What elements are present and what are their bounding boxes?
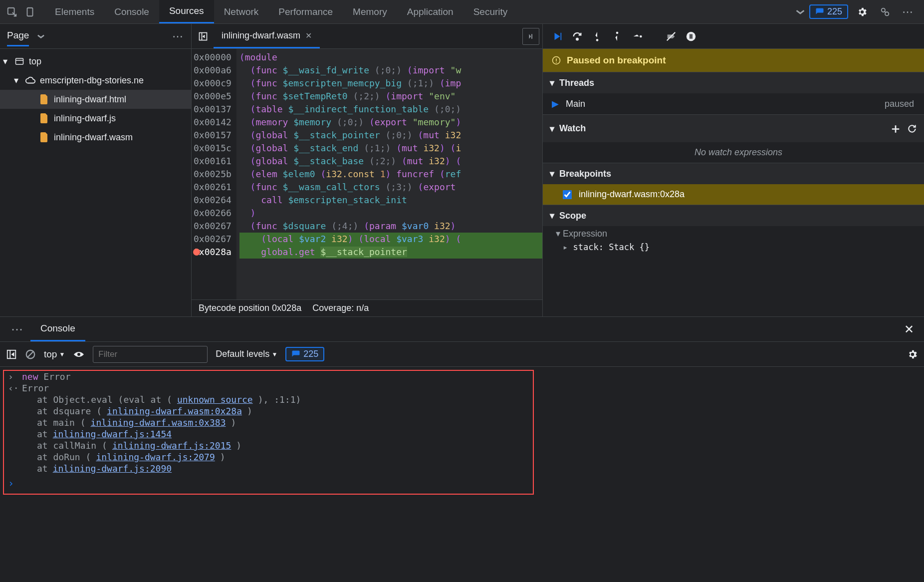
gutter-addr[interactable]: 0x00264 [194, 194, 231, 207]
experiments-icon[interactable] [876, 3, 894, 21]
run-snippet-icon[interactable] [522, 28, 539, 45]
breakpoints-header[interactable]: ▾Breakpoints [543, 163, 924, 184]
top-tab-sources[interactable]: Sources [159, 0, 214, 23]
drawer-tab-console[interactable]: Console [30, 317, 85, 341]
stack-link[interactable]: unknown source [177, 394, 253, 405]
tree-domain[interactable]: ▾ emscripten-dbg-stories.ne [0, 71, 191, 90]
gutter-addr[interactable]: 0x00261 [194, 181, 231, 194]
deactivate-bp-icon[interactable] [666, 31, 677, 42]
refresh-watch-icon[interactable] [907, 124, 917, 134]
stack-link[interactable]: inlining-dwarf.wasm:0x28a [107, 406, 242, 416]
scope-header[interactable]: ▾Scope [543, 205, 924, 226]
gutter-addr[interactable]: 0x00266 [194, 207, 231, 220]
step-into-icon[interactable] [592, 31, 603, 42]
clear-console-icon[interactable] [25, 349, 36, 360]
gutter-addr[interactable]: 0x0015c [194, 142, 231, 155]
tree-file[interactable]: inlining-dwarf.js [0, 109, 191, 128]
settings-icon[interactable] [853, 3, 871, 21]
stack-link[interactable]: inlining-dwarf.js:2090 [53, 463, 172, 474]
code-line[interactable]: (global $__stack_end (;1;) (mut i32) (i [239, 142, 542, 155]
gutter-addr[interactable]: 0x00137 [194, 103, 231, 116]
step-icon[interactable] [632, 31, 643, 42]
issues-badge[interactable]: 225 [809, 4, 848, 19]
resume-icon[interactable] [552, 31, 563, 42]
code-line[interactable]: (local $var2 i32) (local $var3 i32) ( [239, 233, 542, 246]
sidebar-tab-page[interactable]: Page [7, 30, 29, 46]
status-coverage: Coverage: n/a [312, 303, 369, 313]
stack-link[interactable]: inlining-dwarf.js:2079 [96, 452, 215, 462]
console-filter-input[interactable] [93, 346, 208, 363]
code-line[interactable]: (table $__indirect_function_table (;0;) [239, 103, 542, 116]
stack-link[interactable]: inlining-dwarf.js:1454 [53, 429, 172, 439]
code-line[interactable]: global.get $__stack_pointer [239, 246, 542, 259]
console-output-marker: ‹· [8, 383, 17, 393]
code-line[interactable]: ) [239, 207, 542, 220]
scope-stack[interactable]: stack: Stack {} [543, 241, 924, 253]
code-line[interactable]: (memory $memory (;0;) (export "memory") [239, 116, 542, 129]
tree-file[interactable]: inlining-dwarf.html [0, 90, 191, 109]
sidebar-more-tabs-icon[interactable] [34, 29, 48, 43]
gutter-addr[interactable]: 0x00267 [194, 220, 231, 233]
watch-header[interactable]: ▾Watch ＋ [543, 114, 924, 142]
top-tab-console[interactable]: Console [104, 0, 159, 23]
gutter-addr[interactable]: 0x000e5 [194, 90, 231, 103]
code-line[interactable]: (elem $elem0 (i32.const 1) funcref (ref [239, 168, 542, 181]
console-prompt[interactable]: › [5, 474, 919, 492]
top-tab-performance[interactable]: Performance [268, 0, 343, 23]
stack-link[interactable]: inlining-dwarf.wasm:0x383 [91, 417, 226, 428]
gutter-addr[interactable]: 0x00161 [194, 155, 231, 168]
tree-file[interactable]: inlining-dwarf.wasm [0, 128, 191, 147]
kebab-icon[interactable]: ⋯ [899, 3, 917, 21]
console-body: › new Error ‹· Error at Object.eval (eva… [0, 367, 924, 582]
threads-header[interactable]: ▾Threads [543, 72, 924, 93]
step-over-icon[interactable] [572, 31, 583, 42]
code-line[interactable]: (func $__wasi_fd_write (;0;) (import "w [239, 64, 542, 77]
drawer-close-icon[interactable]: ✕ [899, 322, 919, 336]
inspect-icon[interactable] [3, 3, 21, 21]
close-tab-icon[interactable]: ✕ [305, 31, 312, 40]
live-expression-icon[interactable] [73, 350, 85, 359]
gutter-addr[interactable]: 0x0025b [194, 168, 231, 181]
code-line[interactable]: (global $__stack_pointer (;0;) (mut i32 [239, 129, 542, 142]
code-line[interactable]: call $emscripten_stack_init [239, 194, 542, 207]
console-context[interactable]: top▼ [44, 349, 65, 360]
console-stack-frame: at callMain (inlining-dwarf.js:2015) [5, 440, 919, 451]
editor-tab[interactable]: inlining-dwarf.wasm ✕ [214, 24, 320, 48]
code-line[interactable]: (func $dsquare (;4;) (param $var0 i32) [239, 220, 542, 233]
top-tab-security[interactable]: Security [463, 0, 518, 23]
top-tab-memory[interactable]: Memory [343, 0, 397, 23]
console-sidebar-toggle-icon[interactable] [6, 349, 17, 360]
breakpoint-row[interactable]: inlining-dwarf.wasm:0x28a [543, 184, 924, 205]
console-settings-icon[interactable] [907, 349, 918, 360]
top-tab-network[interactable]: Network [214, 0, 269, 23]
code-line[interactable]: (func $setTempRet0 (;2;) (import "env" [239, 90, 542, 103]
device-icon[interactable] [21, 3, 39, 21]
add-watch-icon[interactable]: ＋ [889, 120, 902, 137]
code-line[interactable]: (func $emscripten_memcpy_big (;1;) (imp [239, 77, 542, 90]
gutter-addr[interactable]: 0x000a6 [194, 64, 231, 77]
stack-link[interactable]: inlining-dwarf.js:2015 [112, 440, 231, 451]
console-issues-badge[interactable]: 225 [285, 347, 324, 361]
drawer-kebab-icon[interactable]: ⋯ [5, 322, 30, 336]
console-levels[interactable]: Default levels ▼ [216, 349, 277, 359]
code-line[interactable]: (func $__wasm_call_ctors (;3;) (export [239, 181, 542, 194]
thread-main[interactable]: ▶ Main paused [543, 93, 924, 114]
breakpoint-checkbox[interactable] [563, 190, 572, 199]
sidebar-kebab-icon[interactable]: ⋯ [172, 30, 184, 43]
scope-expression[interactable]: Expression [543, 226, 924, 241]
code-line[interactable]: (module [239, 51, 542, 64]
code-line[interactable]: (global $__stack_base (;2;) (mut i32) ( [239, 155, 542, 168]
pause-exceptions-icon[interactable] [686, 31, 696, 42]
nav-toggle-icon[interactable] [195, 28, 212, 45]
more-tabs-icon[interactable] [791, 3, 809, 21]
gutter-addr[interactable]: 0x00142 [194, 116, 231, 129]
gutter-addr[interactable]: 0x00000 [194, 51, 231, 64]
tree-root[interactable]: ▾ top [0, 52, 191, 71]
gutter-addr[interactable]: 0x000c9 [194, 77, 231, 90]
step-out-icon[interactable] [612, 31, 623, 42]
top-tab-application[interactable]: Application [397, 0, 463, 23]
top-tab-elements[interactable]: Elements [45, 0, 104, 23]
gutter-addr[interactable]: 0x00267 [194, 233, 231, 246]
breakpoint-dot[interactable] [193, 249, 200, 256]
gutter-addr[interactable]: 0x00157 [194, 129, 231, 142]
